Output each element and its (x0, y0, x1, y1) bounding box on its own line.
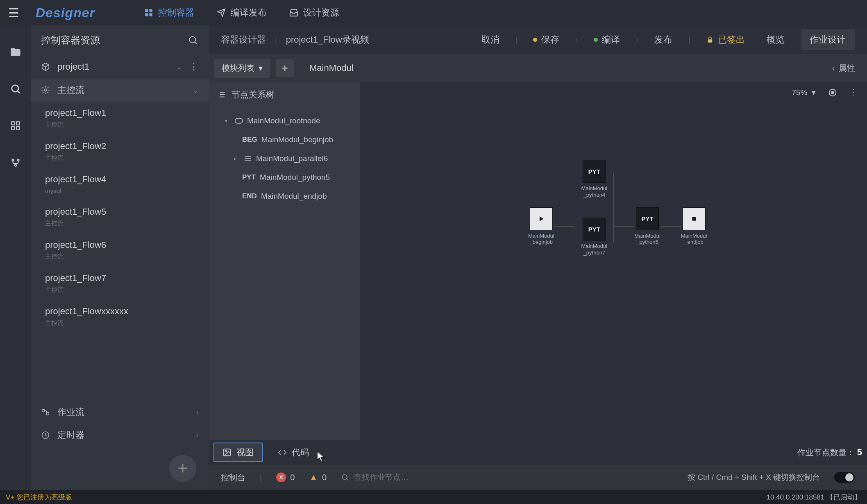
node-python5[interactable]: PYT MainModul_python5 (634, 207, 660, 245)
flow-item[interactable]: project1_Flow1主控流 (31, 102, 209, 135)
flow-item[interactable]: project1_Flow6主控流 (31, 234, 209, 267)
checkout-status[interactable]: 已签出 (701, 30, 751, 49)
svg-rect-18 (235, 118, 243, 123)
console-search-input[interactable] (354, 473, 461, 482)
design-tab[interactable]: 作业设计 (801, 30, 855, 50)
top-nav: 控制容器 编译发布 设计资源 (144, 7, 339, 19)
tree-title: 节点关系树 (232, 89, 275, 100)
chevron-down-icon[interactable]: ⌄ (177, 63, 182, 71)
add-module-button[interactable]: + (276, 59, 294, 77)
center-icon[interactable] (828, 88, 837, 97)
editor-header: 容器设计器 | project1_Flow录视频 取消 | 保存 › 编译 › … (209, 25, 867, 54)
root-icon (235, 118, 243, 124)
flow-item[interactable]: project1_Flow4mysql (31, 168, 209, 200)
svg-rect-8 (16, 127, 20, 130)
tree-node[interactable]: ▸ MainModul_parallel6 (209, 149, 360, 168)
nav-compile[interactable]: 编译发布 (217, 7, 267, 19)
console-toggle[interactable] (834, 472, 855, 483)
svg-point-10 (17, 159, 19, 161)
branch-icon[interactable] (9, 157, 22, 169)
sidebar: 控制容器资源 project1 ⌄ ⋮ 主控流 ⌄ project1_Flow1… (31, 25, 209, 490)
folder-icon[interactable] (9, 46, 22, 58)
server-status: 10.40.0.200:18581 【已启动】 (766, 493, 861, 502)
zoom-level[interactable]: 75% ▾ (792, 88, 816, 97)
nav-container[interactable]: 控制容器 (144, 7, 194, 19)
node-python7[interactable]: PYT MainModul_python7 (581, 218, 608, 256)
sidebar-header: 控制容器资源 (31, 25, 209, 55)
chevron-right-icon[interactable]: › (196, 409, 198, 416)
tree-node[interactable]: BEG MainModul_beginjob (209, 130, 360, 149)
tree-header: 节点关系树 (209, 82, 360, 107)
svg-point-9 (12, 159, 14, 161)
grid-icon (144, 8, 153, 17)
sidebar-title: 控制容器资源 (41, 34, 100, 47)
flow-item[interactable]: project1_Flow5主控流 (31, 200, 209, 234)
tab-code[interactable]: 代码 (269, 443, 318, 462)
svg-rect-5 (11, 122, 15, 125)
flow-item[interactable]: project1_Flow7主控流 (31, 267, 209, 300)
category-mainflow[interactable]: 主控流 ⌄ (31, 79, 209, 102)
error-count[interactable]: ✕ 0 (276, 472, 295, 482)
nav-resources[interactable]: 设计资源 (289, 7, 339, 19)
caret-right-icon[interactable]: ▸ (234, 156, 240, 161)
tree-node[interactable]: PYT MainModul_python5 (209, 168, 360, 187)
svg-point-13 (44, 89, 47, 91)
cube-icon (41, 62, 50, 71)
search-icon[interactable] (9, 83, 22, 95)
project-row[interactable]: project1 ⌄ ⋮ (31, 55, 209, 79)
kebab-icon[interactable]: ⋮ (849, 88, 857, 97)
tree-node[interactable]: END MainModul_endjob (209, 187, 360, 206)
node-python4[interactable]: PYT MainModul_python4 (581, 160, 608, 198)
module-dropdown[interactable]: 模块列表 ▾ (214, 59, 270, 78)
caret-down-icon: ▾ (225, 118, 231, 124)
tree-root[interactable]: ▾ MainModul_rootnode (209, 111, 360, 130)
svg-rect-17 (708, 39, 713, 43)
flow-item[interactable]: project1_Flow2主控流 (31, 135, 209, 168)
caret-down-icon: ▾ (259, 63, 263, 73)
tab-view[interactable]: 视图 (213, 443, 263, 462)
kebab-icon[interactable]: ⋮ (189, 61, 198, 72)
edge (660, 226, 681, 227)
image-icon (222, 448, 232, 457)
svg-rect-3 (150, 14, 152, 16)
chevron-down-icon[interactable]: ⌄ (193, 86, 198, 94)
hamburger-icon[interactable]: ☰ (8, 6, 19, 20)
play-icon (537, 215, 545, 223)
node-end[interactable]: MainModul_endjob (681, 207, 707, 245)
svg-point-19 (831, 91, 834, 94)
canvas-tools: 75% ▾ ⋮ (792, 88, 857, 97)
console-label[interactable]: 控制台 (221, 472, 245, 483)
save-button[interactable]: 保存 (527, 30, 565, 49)
svg-rect-2 (145, 14, 148, 16)
publish-button[interactable]: 发布 (649, 30, 678, 49)
warning-count[interactable]: ▲ 0 (309, 472, 327, 483)
svg-rect-6 (16, 122, 20, 125)
error-icon: ✕ (276, 472, 286, 482)
editor-actions: 取消 | 保存 › 编译 › 发布 | 已签出 概览 作业设计 (476, 30, 855, 50)
license-status: V+ 您已注册为高级版 (6, 493, 72, 502)
svg-point-23 (225, 450, 227, 452)
console-search[interactable] (341, 473, 461, 482)
module-tab[interactable]: MainModul (300, 59, 363, 77)
apps-icon[interactable] (9, 120, 22, 132)
preview-button[interactable]: 概览 (761, 30, 790, 49)
category-label: 定时器 (57, 429, 189, 441)
search-icon (341, 473, 349, 481)
project-name: project1 (57, 61, 169, 72)
chevron-right-icon[interactable]: › (196, 431, 198, 439)
properties-panel-toggle[interactable]: ‹ 属性 (820, 54, 867, 82)
category-timer[interactable]: 定时器 › (31, 424, 209, 447)
node-begin[interactable]: MainModul_beginjob (528, 207, 554, 245)
warning-icon: ▲ (309, 472, 318, 483)
svg-rect-14 (42, 410, 45, 412)
category-jobflow[interactable]: 作业流 › (31, 401, 209, 424)
canvas[interactable]: 75% ▾ ⋮ MainModul_beginjob PYT MainModul… (360, 82, 867, 440)
add-button[interactable]: + (169, 455, 196, 482)
flow-item[interactable]: project1_Flowxxxxxx主控流 (31, 300, 209, 333)
search-icon[interactable] (188, 35, 198, 45)
lock-icon (706, 36, 714, 43)
edge (554, 226, 575, 227)
compile-button[interactable]: 编译 (588, 30, 626, 49)
bottom-tabs: 视图 代码 作业节点数量： 5 (209, 440, 867, 465)
cancel-button[interactable]: 取消 (476, 30, 505, 49)
